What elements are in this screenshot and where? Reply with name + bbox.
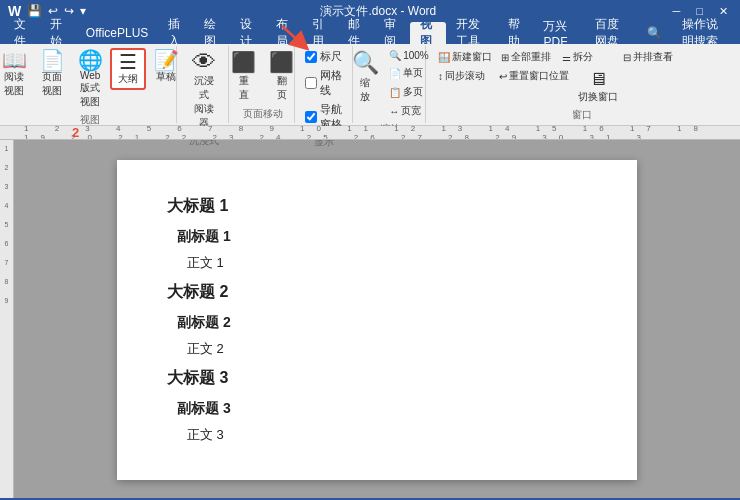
grid-checkbox[interactable]: 网格线 [303,67,346,99]
tab-view[interactable]: 视图 [410,22,446,44]
new-window-icon: 🪟 [438,52,450,63]
one-page-button[interactable]: 📄 单页 [385,64,433,82]
web-view-button[interactable]: 🌐 Web 版式视图 [72,48,108,111]
vruler-tick: 9 [5,297,9,304]
vruler-tick: 6 [5,240,9,247]
horizontal-ruler: 2 1 2 3 4 5 6 7 8 9 10 11 12 13 14 15 16… [0,126,740,140]
ribbon-group-views: 📖 阅读视图 📄 页面视图 🌐 Web 版式视图 ☰ 大纲 [4,46,177,123]
tab-layout[interactable]: 布局 [266,22,302,44]
zoom-100-button[interactable]: 🔍 100% [385,48,433,63]
grid-check-input[interactable] [305,77,317,89]
switch-window-label: 切换窗口 [578,90,618,104]
tab-references[interactable]: 引用 [302,22,338,44]
immersive-reader-button[interactable]: 👁 沉浸式阅读器 [185,48,222,132]
split-icon: ⚌ [562,52,571,63]
heading1-1: 大标题 1 [167,190,587,222]
reset-window-button[interactable]: ↩ 重置窗口位置 [495,67,573,85]
reset-window-label: 重置窗口位置 [509,69,569,83]
ribbon-wrapper: 📖 阅读视图 📄 页面视图 🌐 Web 版式视图 ☰ 大纲 [0,44,740,126]
outline-button[interactable]: ☰ 大纲 [110,48,146,90]
page-width-icon: ↔ [389,106,399,117]
heading1-2: 大标题 2 [167,276,587,308]
para-1: 正文 1 [167,250,587,276]
tab-pdf[interactable]: 万兴PDF [533,22,585,44]
tab-design[interactable]: 设计 [230,22,266,44]
tab-officeplus[interactable]: OfficePLUS [76,22,158,44]
tab-insert[interactable]: 插入 [158,22,194,44]
vruler-tick: 5 [5,221,9,228]
immersive-reader-label: 沉浸式阅读器 [189,74,218,130]
show-group-items: 标尺 网格线 导航窗格 [303,48,346,133]
vertical-scroll-label: 重直 [239,74,249,102]
vruler-tick: 7 [5,259,9,266]
outline-label: 大纲 [118,72,138,86]
tab-review[interactable]: 审阅 [374,22,410,44]
zoom-icon: 🔍 [352,50,379,76]
parallel-view-icon: ⊟ [623,52,631,63]
web-view-icon: 🌐 [78,50,103,70]
immersive-group-items: 👁 沉浸式阅读器 [185,48,222,132]
new-window-label: 新建窗口 [452,50,492,64]
heading2-2: 副标题 2 [167,308,587,336]
page-move-group-items: ⬛ 重直 ⬛ 翻页 [226,48,300,105]
switch-window-button[interactable]: 🖥 切换窗口 [574,67,622,106]
vruler-tick: 4 [5,202,9,209]
ruler-checkbox[interactable]: 标尺 [303,48,344,65]
multi-page-button[interactable]: 📋 多页 [385,83,433,101]
page-view-label: 页面视图 [38,70,66,98]
one-page-icon: 📄 [389,68,401,79]
para-3: 正文 3 [167,422,587,448]
page-flip-button[interactable]: ⬛ 翻页 [264,48,300,104]
sync-scroll-icon: ↕ [438,71,443,82]
split-button[interactable]: ⚌ 拆分 [558,48,618,66]
all-arrange-icon: ⊞ [501,52,509,63]
multi-page-label: 多页 [403,85,423,99]
sync-scroll-button[interactable]: ↕ 同步滚动 [434,67,494,85]
page-view-button[interactable]: 📄 页面视图 [34,48,70,100]
page-flip-label: 翻页 [277,74,287,102]
tab-mail[interactable]: 邮件 [338,22,374,44]
vruler-tick: 1 [5,145,9,152]
parallel-view-button[interactable]: ⊟ 并排查看 [619,48,679,66]
vertical-scroll-button[interactable]: ⬛ 重直 [226,48,262,104]
tab-file[interactable]: 文件 [4,22,40,44]
parallel-label: 并排查看 [633,50,673,64]
para-2: 正文 2 [167,336,587,362]
web-view-label: Web 版式视图 [76,70,104,109]
tab-search[interactable]: 🔍 [637,22,672,44]
read-view-button[interactable]: 📖 阅读视图 [0,48,32,100]
multi-page-icon: 📋 [389,87,401,98]
all-arrange-button[interactable]: ⊞ 全部重排 [497,48,557,66]
tab-cloud[interactable]: 百度网盘 [585,22,637,44]
tab-dev[interactable]: 开发工具 [446,22,498,44]
customize-qa-button[interactable]: ▾ [78,4,88,18]
tab-draw[interactable]: 绘图 [194,22,230,44]
zoom-button[interactable]: 🔍 缩放 [347,48,383,106]
one-page-label: 单页 [403,66,423,80]
ribbon-group-immersive: 👁 沉浸式阅读器 沉浸式 [179,46,229,123]
ribbon-group-zoom: 🔍 缩放 🔍 100% 📄 单页 📋 多页 [355,46,426,123]
tab-ops[interactable]: 操作说明搜索 [672,22,740,44]
document-area: 大标题 1 副标题 1 正文 1 大标题 2 副标题 2 正文 2 大标题 3 … [14,140,740,498]
ribbon-group-window: 🪟 新建窗口 ⊞ 全部重排 ⚌ 拆分 ⊟ 并排查看 ↕ 同步滚动 [428,46,736,123]
page-view-icon: 📄 [40,50,65,70]
title-bar: W 💾 ↩ ↪ ▾ 演示文件.docx - Word ─ □ ✕ [0,0,740,22]
tab-help[interactable]: 帮助 [498,22,534,44]
views-group-label: 视图 [80,113,100,127]
sync-scroll-label: 同步滚动 [445,69,485,83]
switch-window-icon: 🖥 [589,69,607,90]
vruler-tick: 2 [5,164,9,171]
draft-icon: 📝 [154,50,179,70]
nav-check-input[interactable] [305,111,317,123]
ribbon: 📖 阅读视图 📄 页面视图 🌐 Web 版式视图 ☰ 大纲 [0,44,740,126]
new-window-button[interactable]: 🪟 新建窗口 [434,48,496,66]
read-view-label: 阅读视图 [4,70,24,98]
ruler-check-input[interactable] [305,51,317,63]
paper: 大标题 1 副标题 1 正文 1 大标题 2 副标题 2 正文 2 大标题 3 … [117,160,637,480]
vruler-tick: 8 [5,278,9,285]
page-flip-icon: ⬛ [269,50,294,74]
page-width-button[interactable]: ↔ 页宽 [385,102,433,120]
vertical-ruler: 1 2 3 4 5 6 7 8 9 [0,140,14,498]
annotation-number-2: 2 [72,126,79,140]
tab-home[interactable]: 开始 [40,22,76,44]
